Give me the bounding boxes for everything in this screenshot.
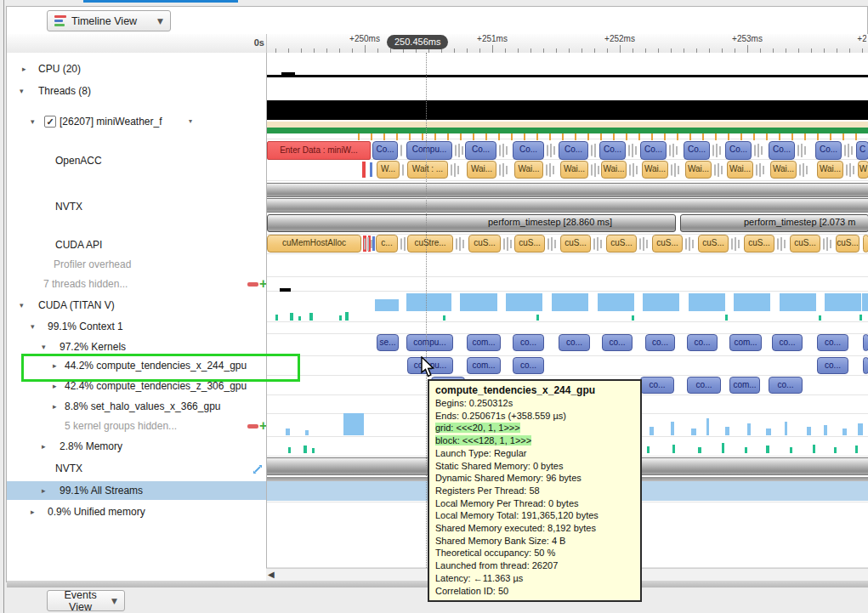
tree-item-memory[interactable]: ▸2.8% Memory bbox=[7, 437, 266, 456]
kernel-block[interactable]: com... bbox=[467, 357, 501, 374]
launch-tick bbox=[740, 133, 742, 140]
tree-item-cuda-device[interactable]: ▾CUDA (TITAN V) bbox=[7, 296, 266, 315]
collapse-arrow-icon[interactable]: ▾ bbox=[20, 82, 24, 100]
tree-item-cpu[interactable]: ▸CPU (20) bbox=[7, 60, 266, 78]
expand-arrow-icon[interactable]: ▸ bbox=[42, 437, 46, 456]
kernel-block[interactable]: com... bbox=[729, 377, 760, 394]
kernel-launch-ticks bbox=[267, 133, 868, 141]
tree-item-threads[interactable]: ▾Threads (8) bbox=[7, 82, 266, 100]
openacc-range[interactable]: Co... bbox=[599, 141, 626, 160]
openacc-range[interactable]: Co... bbox=[559, 141, 588, 160]
tree-item-profiler-overhead[interactable]: Profiler overhead bbox=[7, 255, 266, 274]
tree-item-nvtx-thread[interactable]: NVTX bbox=[7, 197, 266, 216]
collapse-hidden-rows-icon[interactable] bbox=[247, 424, 258, 429]
nvtx-range-bar-2[interactable] bbox=[267, 198, 868, 213]
openacc-range[interactable]: Compu... bbox=[406, 141, 452, 160]
scroll-left-arrow-icon[interactable]: ◀ bbox=[268, 570, 275, 579]
kernel-block[interactable]: co... bbox=[645, 334, 675, 351]
tree-item-context1[interactable]: ▾99.1% Context 1 bbox=[7, 317, 266, 336]
tree-item-nvtx-gpu[interactable]: NVTX bbox=[7, 459, 266, 478]
openacc-range[interactable]: Co... bbox=[372, 141, 398, 160]
openacc-range[interactable]: Co... bbox=[725, 141, 752, 160]
cuda-api-call[interactable]: cuS... bbox=[698, 235, 729, 253]
kernel-block[interactable]: co... bbox=[513, 334, 544, 351]
openacc-wait-range[interactable]: Wai... bbox=[685, 161, 712, 179]
openacc-wait-range[interactable]: W bbox=[858, 161, 868, 179]
nvtx-perform-timestep-range[interactable]: perform_timestep [2.073 m bbox=[680, 214, 868, 232]
nvtx-perform-timestep-range[interactable]: perform_timestep [28.860 ms] bbox=[267, 214, 676, 232]
openacc-wait-range[interactable]: Wai... bbox=[770, 161, 797, 179]
tree-item-unified-memory[interactable]: ▸0.9% Unified memory bbox=[7, 502, 266, 521]
expand-arrow-icon[interactable]: ▸ bbox=[53, 397, 57, 416]
kernel-block[interactable]: co... bbox=[687, 334, 718, 351]
tooltip-line: Shared Memory Bank Size: 4 B bbox=[435, 535, 634, 548]
events-view-selector[interactable]: Events View ▼ bbox=[47, 590, 125, 611]
openacc-wait-range[interactable]: W... bbox=[377, 161, 400, 179]
openacc-wait-range[interactable]: Wai... bbox=[601, 161, 627, 179]
cuda-api-call[interactable]: cuS... bbox=[652, 235, 683, 253]
openacc-range[interactable]: Co... bbox=[769, 141, 795, 160]
cuda-api-call[interactable]: cuMemHostAlloc bbox=[267, 235, 361, 253]
openacc-wait-range[interactable]: Wai... bbox=[560, 161, 588, 179]
openacc-range[interactable]: Enter Data : miniW... bbox=[267, 141, 371, 160]
openacc-range[interactable]: C bbox=[856, 141, 868, 160]
cuda-api-call[interactable]: cuS... bbox=[606, 235, 637, 253]
openacc-range[interactable]: Co... bbox=[465, 141, 496, 160]
kernel-block[interactable]: co... bbox=[817, 334, 848, 351]
cuda-api-call[interactable]: cuS... bbox=[560, 235, 591, 253]
cuda-api-call[interactable]: cuS... bbox=[790, 235, 820, 253]
collapse-arrow-icon[interactable]: ▾ bbox=[31, 112, 35, 131]
kernel-block[interactable]: co... bbox=[602, 334, 633, 351]
expand-arrow-icon[interactable]: ▸ bbox=[31, 502, 35, 521]
kernel-block[interactable]: se... bbox=[377, 334, 399, 351]
kernel-block[interactable]: co... bbox=[640, 377, 674, 394]
kernel-block[interactable]: com... bbox=[729, 334, 762, 351]
openacc-wait-range[interactable]: Wai... bbox=[727, 161, 753, 179]
kernel-block[interactable]: co... bbox=[687, 377, 721, 394]
tree-item-kernel-groups-hidden[interactable]: 5 kernel groups hidden...+ bbox=[7, 417, 266, 435]
activity-sliver bbox=[546, 164, 547, 175]
openacc-range[interactable]: Co... bbox=[684, 141, 710, 160]
cuda-api-call[interactable]: cuS... bbox=[468, 235, 501, 253]
openacc-range[interactable]: Co... bbox=[815, 141, 842, 160]
kernel-block[interactable]: compu... bbox=[406, 334, 453, 351]
kernel-block[interactable]: com... bbox=[467, 334, 501, 351]
nvtx-range-bar-1[interactable] bbox=[267, 183, 868, 197]
expand-hidden-rows-icon[interactable]: + bbox=[259, 417, 266, 435]
openacc-wait-range[interactable]: Wai... bbox=[467, 161, 496, 179]
openacc-wait-range[interactable]: Wai... bbox=[642, 161, 668, 179]
cuda-api-call[interactable]: cuS... bbox=[514, 235, 545, 253]
thread-options-caret-icon[interactable]: ▾ bbox=[189, 112, 192, 131]
cuda-api-call[interactable]: cuStre... bbox=[407, 235, 453, 253]
tree-item-openacc[interactable]: OpenACC bbox=[7, 151, 266, 170]
cuda-api-call[interactable]: cuS... bbox=[836, 235, 859, 253]
openacc-wait-range[interactable]: Wait : ... bbox=[407, 161, 448, 179]
kernel-block[interactable]: co... bbox=[513, 357, 544, 374]
kernel-block[interactable]: co... bbox=[772, 334, 803, 351]
openacc-wait-range[interactable]: Wai... bbox=[514, 161, 543, 179]
timeline-view-selector[interactable]: Timeline View ▼ bbox=[47, 10, 171, 31]
expand-row-icon[interactable] bbox=[252, 463, 264, 481]
openacc-range[interactable]: Co... bbox=[640, 141, 667, 160]
collapse-hidden-rows-icon[interactable] bbox=[247, 282, 258, 287]
kernel-block[interactable]: co... bbox=[769, 377, 803, 394]
tree-item-cuda-api[interactable]: CUDA API bbox=[7, 236, 266, 254]
expand-arrow-icon[interactable]: ▸ bbox=[22, 60, 26, 78]
tree-item-threads-hidden[interactable]: 7 threads hidden...+ bbox=[7, 275, 266, 293]
expand-hidden-rows-icon[interactable]: + bbox=[259, 275, 266, 293]
timeline-ruler[interactable]: 0s +250ms+251ms+252ms+253ms+2 250.456ms bbox=[7, 34, 868, 54]
kernel-block[interactable]: co... bbox=[817, 357, 848, 374]
tree-item-all-streams[interactable]: ▸99.1% All Streams bbox=[7, 481, 266, 500]
gpu-activity-bar bbox=[552, 293, 588, 311]
tree-item-kernel-set-halo[interactable]: ▸8.8% set_halo_values_x_366_gpu bbox=[7, 397, 266, 416]
openacc-range[interactable]: Co... bbox=[513, 141, 544, 160]
openacc-wait-range[interactable]: Wai... bbox=[817, 161, 843, 179]
cuda-api-call[interactable]: cuS... bbox=[744, 235, 774, 253]
expand-arrow-icon[interactable]: ▸ bbox=[42, 481, 46, 500]
collapse-arrow-icon[interactable]: ▾ bbox=[20, 296, 24, 315]
thread-visibility-checkbox[interactable]: ✓ bbox=[44, 116, 56, 128]
collapse-arrow-icon[interactable]: ▾ bbox=[31, 317, 35, 336]
kernel-block[interactable]: co... bbox=[559, 334, 590, 351]
cuda-api-call[interactable]: c... bbox=[376, 235, 398, 253]
tree-item-process-miniweather[interactable]: ▾✓[26207] miniWeather_f▾ bbox=[7, 112, 266, 131]
